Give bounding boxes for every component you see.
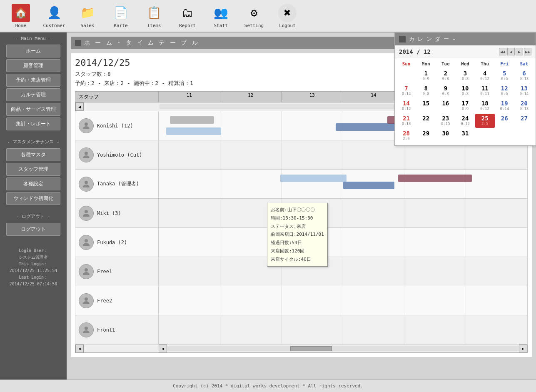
home-icon: 🏠 — [12, 4, 30, 22]
staff-info-yoshimoto: Yoshimoto (Cut) — [75, 140, 159, 169]
sidebar-btn-product[interactable]: 商品・サービス管理 — [6, 103, 60, 116]
cal-day-6[interactable]: 60:13 — [514, 69, 534, 83]
cal-week-2: 70:14 80:8 90:8 100:8 110:11 120:6 130:1… — [396, 84, 534, 98]
cal-day-1[interactable]: 10:9 — [416, 69, 436, 83]
timetable-scroll-bottom: ◀ ◀ ▶ — [75, 345, 528, 353]
last-login-label: Last Login： — [19, 275, 48, 280]
login-user-value: システム管理者 — [3, 254, 63, 261]
cal-day-26[interactable]: 26 — [495, 114, 514, 128]
nav-home[interactable]: 🏠 Home — [4, 2, 37, 30]
scroll-right2-btn[interactable]: ▶ — [519, 345, 527, 353]
cal-day-10[interactable]: 100:8 — [455, 84, 475, 98]
cal-day-16[interactable]: 16 — [436, 99, 455, 113]
scroll-track-bottom[interactable] — [167, 346, 519, 351]
svg-point-6 — [85, 297, 88, 301]
cal-day-11[interactable]: 110:11 — [475, 84, 495, 98]
avatar-free1 — [79, 264, 94, 279]
nav-staff[interactable]: 👥 Staff — [204, 2, 237, 30]
nav-home-label: Home — [15, 23, 27, 28]
staff-row-tanaka: Tanaka (管理者) — [75, 170, 528, 199]
cal-day-empty2 — [475, 129, 495, 143]
timetable-rows: Konishi (12) — [75, 111, 528, 345]
cal-nav-first[interactable]: ◀◀ — [499, 48, 506, 55]
gantt-tanaka — [159, 170, 527, 198]
nav-sales-label: Sales — [80, 23, 94, 28]
avatar-free2 — [79, 293, 94, 308]
calendar-year-month: 2014 / 12 — [399, 48, 431, 55]
cal-day-21[interactable]: 210:13 — [396, 114, 416, 128]
logout-icon: ✖ — [278, 4, 297, 22]
cal-day-empty4 — [514, 129, 534, 143]
staff-info-front1: Front1 — [75, 315, 159, 344]
sidebar-btn-window[interactable]: ウィンドウ初期化 — [6, 192, 60, 205]
cal-day-9[interactable]: 90:8 — [436, 84, 455, 98]
nav-logout[interactable]: ✖ Logout — [271, 2, 304, 30]
sidebar: - Main Menu - ホーム 顧客管理 予約・来店管理 カルテ管理 商品・… — [0, 32, 67, 380]
avatar-tanaka — [79, 177, 94, 192]
cal-day-3[interactable]: 30:8 — [455, 69, 475, 83]
cal-day-28[interactable]: 282:0 — [396, 129, 416, 143]
sidebar-btn-karte[interactable]: カルテ管理 — [6, 88, 60, 101]
cal-day-27[interactable]: 27 — [514, 114, 534, 128]
cal-day-20[interactable]: 200:13 — [514, 99, 534, 113]
cal-day-24[interactable]: 240:12 — [455, 114, 475, 128]
footer: Copyright (c) 2014 * digital works devel… — [0, 380, 536, 392]
setting-icon: ⚙ — [245, 4, 263, 22]
sidebar-btn-reservation[interactable]: 予約・来店管理 — [6, 74, 60, 87]
cal-day-12[interactable]: 120:6 — [495, 84, 514, 98]
cal-day-4[interactable]: 40:12 — [475, 69, 495, 83]
svg-point-3 — [85, 210, 88, 213]
cal-day-19[interactable]: 190:14 — [495, 99, 514, 113]
cal-day-7[interactable]: 70:14 — [396, 84, 416, 98]
sidebar-btn-masters[interactable]: 各種マスタ — [6, 148, 60, 161]
footer-text: Copyright (c) 2014 * digital works devel… — [173, 383, 363, 389]
cal-nav-prev[interactable]: ◀ — [507, 48, 515, 55]
nav-items[interactable]: 📋 Items — [137, 2, 171, 30]
cal-day-14[interactable]: 140:12 — [396, 99, 416, 113]
scroll-left-bottom-btn[interactable]: ◀ — [75, 345, 84, 353]
cal-day-17[interactable]: 170:9 — [455, 99, 475, 113]
nav-customer[interactable]: 👤 Customer — [37, 2, 71, 30]
dow-sat: Sat — [514, 60, 534, 68]
cal-day-2[interactable]: 20:8 — [436, 69, 455, 83]
cal-day-22[interactable]: 22 — [416, 114, 436, 128]
cal-day-18[interactable]: 180:12 — [475, 99, 495, 113]
staff-row-miki: Miki (3) お名前:山下〇〇〇〇 時間:13:30-15:30 — [75, 199, 528, 228]
gantt-free2 — [159, 286, 527, 315]
cal-day-25-today[interactable]: 252:5 — [475, 114, 495, 128]
staff-info-free2: Free2 — [75, 286, 159, 315]
scroll-left-btn[interactable]: ◀ — [75, 102, 84, 111]
name-free2: Free2 — [97, 298, 112, 304]
cal-day-30[interactable]: 30 — [436, 129, 455, 143]
cal-day-15[interactable]: 15 — [416, 99, 436, 113]
cal-day-13[interactable]: 130:14 — [514, 84, 534, 98]
sidebar-btn-report[interactable]: 集計・レポート — [6, 117, 60, 130]
name-miki: Miki (3) — [97, 210, 121, 216]
calendar-nav-buttons: ◀◀ ◀ ▶ ▶▶ — [499, 48, 531, 55]
master-menu-title: - マスタメンテナンス - — [0, 135, 67, 147]
sidebar-btn-logout[interactable]: ログアウト — [6, 223, 60, 236]
nav-sales[interactable]: 📁 Sales — [71, 2, 104, 30]
name-front1: Front1 — [97, 327, 115, 333]
dow-thu: Thu — [475, 60, 495, 68]
cal-day-empty1 — [396, 69, 416, 83]
cal-day-31[interactable]: 31 — [455, 129, 475, 143]
calendar-panel: カ レ ン ダ ー - 2014 / 12 ◀◀ ◀ ▶ ▶▶ Sun Mon … — [394, 32, 536, 146]
sidebar-btn-staff[interactable]: スタッフ管理 — [6, 163, 60, 176]
cal-day-8[interactable]: 80:8 — [416, 84, 436, 98]
nav-report[interactable]: 🗂 Report — [171, 2, 204, 30]
nav-setting[interactable]: ⚙ Setting — [237, 2, 271, 30]
cal-day-23[interactable]: 230:15 — [436, 114, 455, 128]
cal-nav-last[interactable]: ▶▶ — [524, 48, 531, 55]
scroll-left2-btn[interactable]: ◀ — [159, 345, 167, 353]
sidebar-btn-home[interactable]: ホーム — [6, 45, 60, 57]
nav-karte[interactable]: 📄 Karte — [104, 2, 137, 30]
sidebar-btn-customer[interactable]: 顧客管理 — [6, 59, 60, 72]
sidebar-btn-settings[interactable]: 各種設定 — [6, 177, 60, 190]
cal-day-29[interactable]: 29 — [416, 129, 436, 143]
sidebar-login-info: Login User： システム管理者 This Login： 2014/12/… — [0, 244, 67, 291]
cal-nav-next[interactable]: ▶ — [516, 48, 523, 55]
cal-day-5[interactable]: 50:6 — [495, 69, 514, 83]
avatar-fukuda — [79, 235, 94, 250]
page-title: ホ ー ム - タ イ ム テ ー ブ ル — [84, 39, 199, 47]
